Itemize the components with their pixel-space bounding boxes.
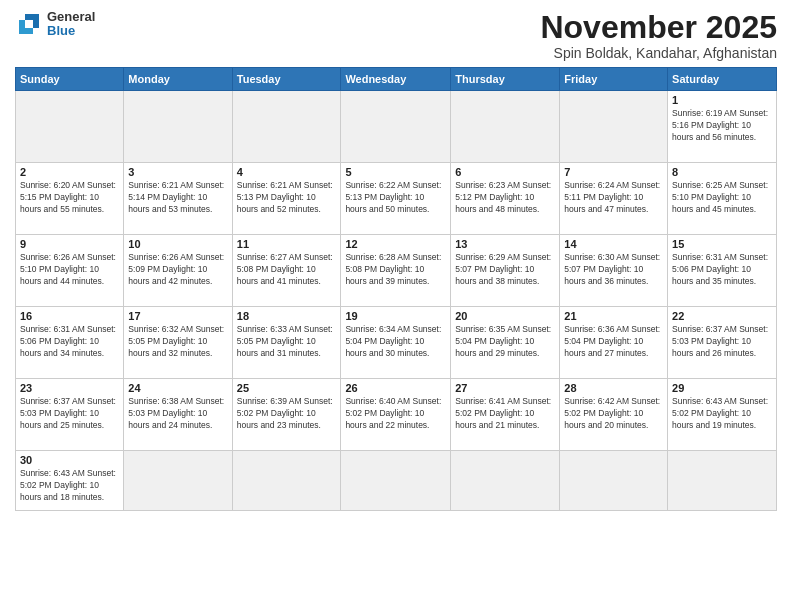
table-row: 11Sunrise: 6:27 AM Sunset: 5:08 PM Dayli… (232, 235, 341, 307)
day-number: 17 (128, 310, 227, 322)
table-row: 16Sunrise: 6:31 AM Sunset: 5:06 PM Dayli… (16, 307, 124, 379)
day-info: Sunrise: 6:37 AM Sunset: 5:03 PM Dayligh… (20, 396, 119, 432)
day-info: Sunrise: 6:26 AM Sunset: 5:10 PM Dayligh… (20, 252, 119, 288)
table-row (341, 451, 451, 511)
day-info: Sunrise: 6:22 AM Sunset: 5:13 PM Dayligh… (345, 180, 446, 216)
table-row (451, 451, 560, 511)
logo-blue-text: Blue (47, 24, 95, 38)
calendar-table: Sunday Monday Tuesday Wednesday Thursday… (15, 67, 777, 511)
table-row: 5Sunrise: 6:22 AM Sunset: 5:13 PM Daylig… (341, 163, 451, 235)
calendar-header-row: Sunday Monday Tuesday Wednesday Thursday… (16, 68, 777, 91)
table-row: 22Sunrise: 6:37 AM Sunset: 5:03 PM Dayli… (668, 307, 777, 379)
table-row (341, 91, 451, 163)
logo: General Blue (15, 10, 95, 39)
table-row: 20Sunrise: 6:35 AM Sunset: 5:04 PM Dayli… (451, 307, 560, 379)
table-row: 1Sunrise: 6:19 AM Sunset: 5:16 PM Daylig… (668, 91, 777, 163)
table-row: 19Sunrise: 6:34 AM Sunset: 5:04 PM Dayli… (341, 307, 451, 379)
subtitle: Spin Boldak, Kandahar, Afghanistan (540, 45, 777, 61)
col-tuesday: Tuesday (232, 68, 341, 91)
day-info: Sunrise: 6:25 AM Sunset: 5:10 PM Dayligh… (672, 180, 772, 216)
day-number: 20 (455, 310, 555, 322)
table-row: 13Sunrise: 6:29 AM Sunset: 5:07 PM Dayli… (451, 235, 560, 307)
day-number: 26 (345, 382, 446, 394)
day-number: 2 (20, 166, 119, 178)
logo-icon (15, 10, 43, 38)
day-number: 7 (564, 166, 663, 178)
table-row: 30Sunrise: 6:43 AM Sunset: 5:02 PM Dayli… (16, 451, 124, 511)
day-number: 12 (345, 238, 446, 250)
table-row (560, 451, 668, 511)
table-row: 26Sunrise: 6:40 AM Sunset: 5:02 PM Dayli… (341, 379, 451, 451)
page: General Blue November 2025 Spin Boldak, … (0, 0, 792, 612)
day-number: 3 (128, 166, 227, 178)
day-info: Sunrise: 6:23 AM Sunset: 5:12 PM Dayligh… (455, 180, 555, 216)
day-info: Sunrise: 6:42 AM Sunset: 5:02 PM Dayligh… (564, 396, 663, 432)
logo-text: General Blue (47, 10, 95, 39)
table-row: 14Sunrise: 6:30 AM Sunset: 5:07 PM Dayli… (560, 235, 668, 307)
day-info: Sunrise: 6:39 AM Sunset: 5:02 PM Dayligh… (237, 396, 337, 432)
table-row: 10Sunrise: 6:26 AM Sunset: 5:09 PM Dayli… (124, 235, 232, 307)
day-info: Sunrise: 6:31 AM Sunset: 5:06 PM Dayligh… (20, 324, 119, 360)
table-row: 7Sunrise: 6:24 AM Sunset: 5:11 PM Daylig… (560, 163, 668, 235)
table-row: 4Sunrise: 6:21 AM Sunset: 5:13 PM Daylig… (232, 163, 341, 235)
table-row: 27Sunrise: 6:41 AM Sunset: 5:02 PM Dayli… (451, 379, 560, 451)
day-number: 16 (20, 310, 119, 322)
table-row: 18Sunrise: 6:33 AM Sunset: 5:05 PM Dayli… (232, 307, 341, 379)
col-sunday: Sunday (16, 68, 124, 91)
day-info: Sunrise: 6:27 AM Sunset: 5:08 PM Dayligh… (237, 252, 337, 288)
day-info: Sunrise: 6:41 AM Sunset: 5:02 PM Dayligh… (455, 396, 555, 432)
table-row: 12Sunrise: 6:28 AM Sunset: 5:08 PM Dayli… (341, 235, 451, 307)
day-info: Sunrise: 6:21 AM Sunset: 5:13 PM Dayligh… (237, 180, 337, 216)
day-info: Sunrise: 6:20 AM Sunset: 5:15 PM Dayligh… (20, 180, 119, 216)
day-number: 5 (345, 166, 446, 178)
table-row: 3Sunrise: 6:21 AM Sunset: 5:14 PM Daylig… (124, 163, 232, 235)
day-info: Sunrise: 6:43 AM Sunset: 5:02 PM Dayligh… (20, 468, 119, 504)
day-number: 30 (20, 454, 119, 466)
day-number: 29 (672, 382, 772, 394)
header: General Blue November 2025 Spin Boldak, … (15, 10, 777, 61)
table-row: 24Sunrise: 6:38 AM Sunset: 5:03 PM Dayli… (124, 379, 232, 451)
col-wednesday: Wednesday (341, 68, 451, 91)
day-number: 15 (672, 238, 772, 250)
day-number: 10 (128, 238, 227, 250)
table-row (124, 451, 232, 511)
day-info: Sunrise: 6:24 AM Sunset: 5:11 PM Dayligh… (564, 180, 663, 216)
day-info: Sunrise: 6:31 AM Sunset: 5:06 PM Dayligh… (672, 252, 772, 288)
day-number: 19 (345, 310, 446, 322)
day-number: 14 (564, 238, 663, 250)
day-info: Sunrise: 6:19 AM Sunset: 5:16 PM Dayligh… (672, 108, 772, 144)
table-row: 2Sunrise: 6:20 AM Sunset: 5:15 PM Daylig… (16, 163, 124, 235)
day-number: 9 (20, 238, 119, 250)
table-row: 25Sunrise: 6:39 AM Sunset: 5:02 PM Dayli… (232, 379, 341, 451)
day-number: 28 (564, 382, 663, 394)
day-number: 23 (20, 382, 119, 394)
table-row (668, 451, 777, 511)
day-number: 8 (672, 166, 772, 178)
title-area: November 2025 Spin Boldak, Kandahar, Afg… (540, 10, 777, 61)
day-number: 6 (455, 166, 555, 178)
day-number: 25 (237, 382, 337, 394)
day-info: Sunrise: 6:32 AM Sunset: 5:05 PM Dayligh… (128, 324, 227, 360)
table-row: 8Sunrise: 6:25 AM Sunset: 5:10 PM Daylig… (668, 163, 777, 235)
day-info: Sunrise: 6:36 AM Sunset: 5:04 PM Dayligh… (564, 324, 663, 360)
day-info: Sunrise: 6:28 AM Sunset: 5:08 PM Dayligh… (345, 252, 446, 288)
day-number: 22 (672, 310, 772, 322)
table-row: 17Sunrise: 6:32 AM Sunset: 5:05 PM Dayli… (124, 307, 232, 379)
col-thursday: Thursday (451, 68, 560, 91)
table-row (124, 91, 232, 163)
day-info: Sunrise: 6:30 AM Sunset: 5:07 PM Dayligh… (564, 252, 663, 288)
logo-general-text: General (47, 10, 95, 24)
day-info: Sunrise: 6:29 AM Sunset: 5:07 PM Dayligh… (455, 252, 555, 288)
day-number: 27 (455, 382, 555, 394)
month-title: November 2025 (540, 10, 777, 45)
table-row: 29Sunrise: 6:43 AM Sunset: 5:02 PM Dayli… (668, 379, 777, 451)
table-row (232, 451, 341, 511)
day-number: 11 (237, 238, 337, 250)
col-saturday: Saturday (668, 68, 777, 91)
table-row: 23Sunrise: 6:37 AM Sunset: 5:03 PM Dayli… (16, 379, 124, 451)
table-row (232, 91, 341, 163)
table-row (451, 91, 560, 163)
day-number: 1 (672, 94, 772, 106)
table-row (16, 91, 124, 163)
table-row: 28Sunrise: 6:42 AM Sunset: 5:02 PM Dayli… (560, 379, 668, 451)
